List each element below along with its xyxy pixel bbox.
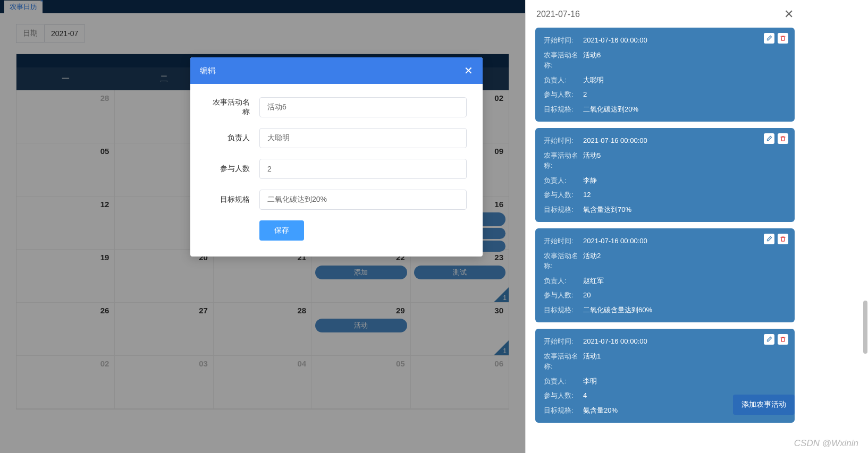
card-value-owner: 赵红军	[583, 276, 604, 286]
panel-header: 2021-07-16 ✕	[535, 5, 795, 28]
form-label: 参与人数	[206, 164, 259, 174]
card-value-start: 2021-07-16 00:00:00	[583, 135, 647, 146]
cards-list: 开始时间:2021-07-16 00:00:00农事活动名称:活动6负责人:大聪…	[535, 28, 795, 423]
delete-icon[interactable]	[778, 334, 788, 345]
form-row-owner: 负责人	[206, 128, 467, 148]
card-value-start: 2021-07-16 00:00:00	[583, 236, 647, 246]
card-label-name: 农事活动名称:	[544, 251, 583, 271]
form-label: 目标规格	[206, 195, 259, 204]
card-label-start: 开始时间:	[544, 135, 583, 146]
card-value-name: 活动2	[583, 251, 601, 271]
form-row-name: 农事活动名称	[206, 97, 467, 117]
vertical-scrollbar[interactable]	[862, 3, 867, 449]
spec-input[interactable]	[259, 190, 467, 210]
card-value-count: 2	[583, 89, 587, 100]
card-label-start: 开始时间:	[544, 336, 583, 347]
modal-body: 农事活动名称 负责人 参与人数 目标规格 保存	[190, 84, 483, 257]
card-value-spec: 二氧化碳达到20%	[583, 104, 638, 115]
delete-icon[interactable]	[778, 33, 788, 44]
card-label-name: 农事活动名称:	[544, 50, 583, 71]
watermark-text: CSDN @Wxinin	[794, 438, 858, 449]
card-value-start: 2021-07-16 00:00:00	[583, 336, 647, 347]
card-value-owner: 李静	[583, 175, 597, 186]
card-label-name: 农事活动名称:	[544, 150, 583, 171]
edit-icon[interactable]	[764, 334, 774, 345]
scrollbar-thumb[interactable]	[863, 301, 867, 354]
form-label: 负责人	[206, 133, 259, 143]
owner-input[interactable]	[259, 128, 467, 148]
card-value-name: 活动6	[583, 50, 601, 71]
close-icon[interactable]: ✕	[464, 64, 473, 77]
card-label-owner: 负责人:	[544, 75, 583, 86]
close-icon[interactable]: ✕	[784, 7, 794, 21]
delete-icon[interactable]	[778, 133, 788, 144]
edit-modal: 编辑 ✕ 农事活动名称 负责人 参与人数 目标规格 保存	[190, 57, 483, 257]
card-value-name: 活动5	[583, 150, 601, 171]
card-value-count: 20	[583, 290, 591, 301]
card-value-owner: 李明	[583, 376, 597, 387]
card-value-spec: 二氧化碳含量达到60%	[583, 305, 652, 315]
activity-card: 开始时间:2021-07-16 00:00:00农事活动名称:活动6负责人:大聪…	[535, 28, 795, 122]
card-value-name: 活动1	[583, 351, 601, 372]
form-label: 农事活动名称	[206, 98, 259, 117]
add-activity-button[interactable]: 添加农事活动	[733, 395, 795, 415]
card-label-spec: 目标规格:	[544, 204, 583, 215]
card-label-owner: 负责人:	[544, 276, 583, 286]
card-label-spec: 目标规格:	[544, 305, 583, 315]
card-label-count: 参与人数:	[544, 390, 583, 401]
form-row-count: 参与人数	[206, 159, 467, 179]
detail-side-panel: 2021-07-16 ✕ 开始时间:2021-07-16 00:00:00农事活…	[525, 0, 804, 453]
count-input[interactable]	[259, 159, 467, 179]
activity-card: 开始时间:2021-07-16 00:00:00农事活动名称:活动5负责人:李静…	[535, 128, 795, 222]
card-value-spec: 氧含量达到70%	[583, 204, 631, 215]
card-label-start: 开始时间:	[544, 236, 583, 246]
card-value-spec: 氨含量20%	[583, 405, 618, 416]
edit-icon[interactable]	[764, 133, 774, 144]
card-label-start: 开始时间:	[544, 35, 583, 46]
card-value-count: 12	[583, 190, 591, 200]
activity-name-input[interactable]	[259, 97, 467, 117]
card-value-start: 2021-07-16 00:00:00	[583, 35, 647, 46]
delete-icon[interactable]	[778, 234, 788, 244]
card-value-owner: 大聪明	[583, 75, 604, 86]
card-label-spec: 目标规格:	[544, 405, 583, 416]
panel-date-title: 2021-07-16	[536, 10, 580, 19]
modal-header: 编辑 ✕	[190, 57, 483, 84]
save-button[interactable]: 保存	[259, 220, 304, 241]
card-label-owner: 负责人:	[544, 175, 583, 186]
card-label-spec: 目标规格:	[544, 104, 583, 115]
card-label-count: 参与人数:	[544, 190, 583, 200]
card-label-name: 农事活动名称:	[544, 351, 583, 372]
edit-icon[interactable]	[764, 33, 774, 44]
card-label-count: 参与人数:	[544, 89, 583, 100]
modal-title: 编辑	[200, 66, 216, 76]
card-value-count: 4	[583, 390, 587, 401]
form-row-spec: 目标规格	[206, 190, 467, 210]
card-label-count: 参与人数:	[544, 290, 583, 301]
activity-card: 开始时间:2021-07-16 00:00:00农事活动名称:活动2负责人:赵红…	[535, 228, 795, 322]
edit-icon[interactable]	[764, 234, 774, 244]
card-label-owner: 负责人:	[544, 376, 583, 387]
